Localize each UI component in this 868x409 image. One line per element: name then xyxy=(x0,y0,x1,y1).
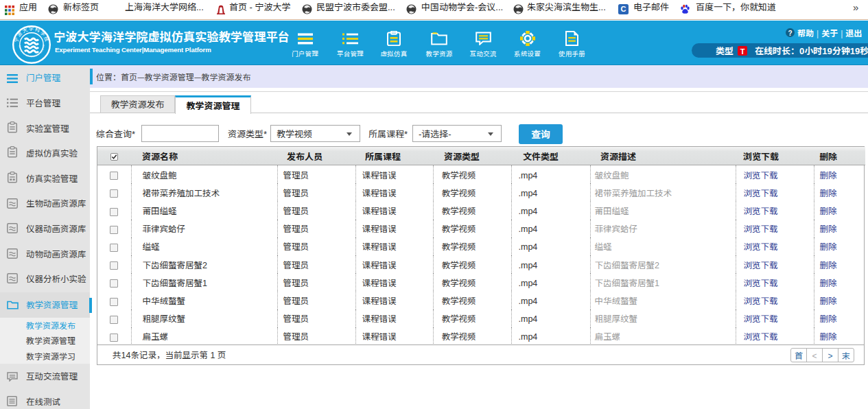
svg-text:C: C xyxy=(621,5,626,13)
